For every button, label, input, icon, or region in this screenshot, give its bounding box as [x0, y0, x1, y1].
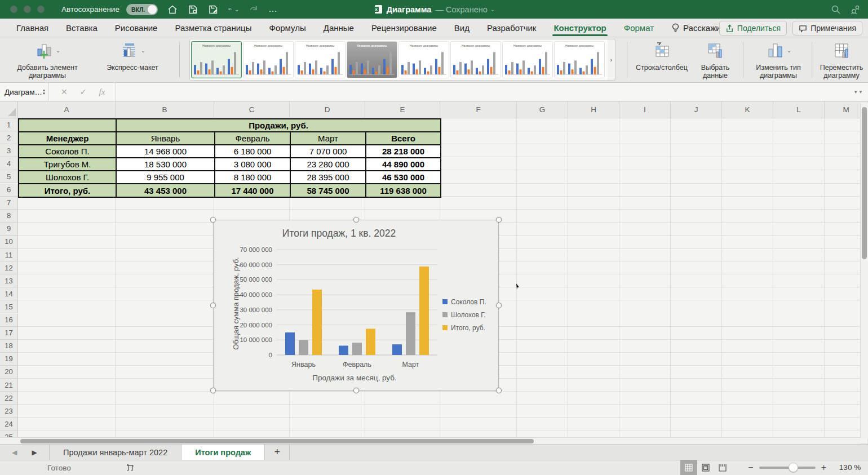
ribbon-tab-формат[interactable]: Формат	[623, 19, 655, 37]
save-icon[interactable]	[187, 4, 198, 15]
more-commands-icon[interactable]: …	[268, 4, 280, 15]
column-header-B[interactable]: B	[116, 101, 214, 118]
table-header-3[interactable]: Февраль	[215, 132, 290, 145]
row-header-15[interactable]: 15	[0, 300, 18, 313]
row-header-12[interactable]: 12	[0, 261, 18, 274]
home-icon[interactable]	[167, 4, 178, 15]
row-header-10[interactable]: 10	[0, 236, 18, 248]
zoom-out-button[interactable]: −	[742, 463, 759, 473]
select-all-corner[interactable]	[0, 101, 18, 118]
row-header-18[interactable]: 18	[0, 340, 18, 353]
ribbon-tab-вид[interactable]: Вид	[453, 19, 471, 37]
table-cell-r1c2[interactable]: 14 968 000	[116, 145, 215, 158]
chart-style-thumbnail-8[interactable]: Название диаграммы	[554, 41, 605, 78]
selection-handle[interactable]	[496, 217, 502, 223]
selection-handle[interactable]	[210, 217, 216, 223]
zoom-in-button[interactable]: +	[816, 463, 832, 473]
chart-style-thumbnail-1[interactable]: Название диаграммы	[191, 41, 242, 78]
macro-record-icon[interactable]	[125, 463, 135, 473]
table-header-5[interactable]: Всего	[366, 132, 441, 145]
table-cell-r2c5[interactable]: 44 890 000	[366, 158, 441, 171]
sheet-tab-active[interactable]: Итоги продаж	[181, 445, 265, 460]
prev-sheet-icon[interactable]: ◀	[12, 449, 17, 456]
row-header-24[interactable]: 24	[0, 418, 18, 430]
selection-handle[interactable]	[210, 388, 216, 393]
legend-item[interactable]: Шолохов Г.	[442, 311, 486, 318]
change-chart-type-button[interactable]: ⌄ Изменить тип диаграммы	[747, 39, 809, 80]
table-cell-r4c5[interactable]: 119 638 000	[366, 184, 441, 197]
row-header-11[interactable]: 11	[0, 248, 18, 261]
selection-handle[interactable]	[496, 303, 502, 308]
cell-A1[interactable]	[19, 119, 116, 132]
table-cell-r2c3[interactable]: 3 080 000	[215, 158, 290, 171]
chart-style-thumbnail-2[interactable]: Название диаграммы	[243, 41, 294, 78]
row-header-7[interactable]: 7	[0, 197, 18, 210]
next-sheet-icon[interactable]: ▶	[32, 449, 37, 456]
legend-item[interactable]: Соколов П.	[442, 298, 486, 305]
table-cell-r2c4[interactable]: 23 280 000	[290, 158, 366, 171]
minimize-window-button[interactable]	[24, 6, 31, 13]
row-header-21[interactable]: 21	[0, 379, 18, 392]
horizontal-scrollbar[interactable]	[0, 437, 860, 444]
row-header-20[interactable]: 20	[0, 366, 18, 379]
table-cell-r4c3[interactable]: 17 440 000	[215, 184, 290, 197]
row-header-3[interactable]: 3	[0, 144, 18, 157]
save-as-icon[interactable]	[207, 4, 219, 15]
sales-table[interactable]: Продажи, руб.МенеджерЯнварьФевральМартВс…	[18, 118, 441, 198]
selection-handle[interactable]	[210, 303, 216, 308]
insert-function-icon[interactable]: fx	[99, 87, 105, 97]
gallery-more-button[interactable]: ›	[608, 39, 615, 81]
autosave-toggle[interactable]: ВКЛ.	[126, 4, 158, 15]
table-cell-r4c4[interactable]: 58 745 000	[290, 184, 366, 197]
page-layout-view-button[interactable]	[697, 460, 714, 475]
column-header-L[interactable]: L	[773, 101, 825, 118]
column-header-C[interactable]: C	[214, 101, 290, 118]
table-cell-r1c4[interactable]: 7 070 000	[290, 145, 366, 158]
horizontal-scrollbar-thumb[interactable]	[20, 439, 534, 443]
column-header-F[interactable]: F	[440, 101, 517, 118]
comments-button[interactable]: Примечания	[792, 21, 862, 35]
zoom-slider-knob[interactable]	[789, 463, 798, 472]
undo-icon[interactable]: ⌄	[228, 4, 239, 15]
title-chevron-icon[interactable]: ⌄	[490, 6, 495, 12]
column-header-A[interactable]: A	[18, 101, 116, 118]
row-header-14[interactable]: 14	[0, 287, 18, 300]
normal-view-button[interactable]	[680, 460, 697, 475]
add-sheet-button[interactable]: +	[265, 445, 290, 460]
column-header-G[interactable]: G	[517, 101, 568, 118]
ribbon-tab-формулы[interactable]: Формулы	[268, 19, 307, 37]
formula-input[interactable]	[115, 83, 853, 101]
table-header-1[interactable]: Менеджер	[19, 132, 116, 145]
zoom-slider[interactable]	[759, 467, 816, 469]
close-window-button[interactable]	[10, 6, 17, 13]
table-cell-r4c2[interactable]: 43 453 000	[116, 184, 215, 197]
column-header-J[interactable]: J	[671, 101, 722, 118]
row-header-6[interactable]: 6	[0, 184, 18, 197]
search-icon[interactable]	[831, 5, 841, 15]
name-box[interactable]: Диаграм… ▲▼	[0, 83, 48, 101]
table-header-4[interactable]: Март	[290, 132, 366, 145]
table-title[interactable]: Продажи, руб.	[116, 119, 441, 132]
table-cell-r2c1[interactable]: Тригубов М.	[19, 158, 116, 171]
table-cell-r1c3[interactable]: 6 180 000	[215, 145, 290, 158]
table-cell-r3c3[interactable]: 8 180 000	[215, 171, 290, 184]
row-header-19[interactable]: 19	[0, 353, 18, 366]
share-button[interactable]: Поделиться	[719, 21, 787, 35]
column-header-K[interactable]: K	[722, 101, 773, 118]
name-box-stepper[interactable]: ▲▼	[42, 88, 46, 95]
table-cell-r1c5[interactable]: 28 218 000	[366, 145, 441, 158]
ribbon-tab-рецензирование[interactable]: Рецензирование	[370, 19, 438, 37]
chart-style-thumbnail-3[interactable]: Название диаграммы	[295, 41, 346, 78]
table-cell-r3c4[interactable]: 28 395 000	[290, 171, 366, 184]
column-header-D[interactable]: D	[290, 101, 365, 118]
chart-legend[interactable]: Соколов П.Шолохов Г.Итого, руб.	[442, 298, 486, 337]
row-header-8[interactable]: 8	[0, 210, 18, 223]
selection-handle[interactable]	[496, 388, 502, 393]
table-cell-r3c2[interactable]: 9 955 000	[116, 171, 215, 184]
quick-layout-button[interactable]: ⌄ Экспресс-макет	[90, 39, 175, 80]
ribbon-tab-главная[interactable]: Главная	[15, 19, 50, 37]
row-header-16[interactable]: 16	[0, 314, 18, 327]
row-header-4[interactable]: 4	[0, 157, 18, 170]
ribbon-tab-разработчик[interactable]: Разработчик	[486, 19, 537, 37]
add-chart-element-button[interactable]: ⌄ Добавить элемент диаграммы	[5, 39, 90, 80]
